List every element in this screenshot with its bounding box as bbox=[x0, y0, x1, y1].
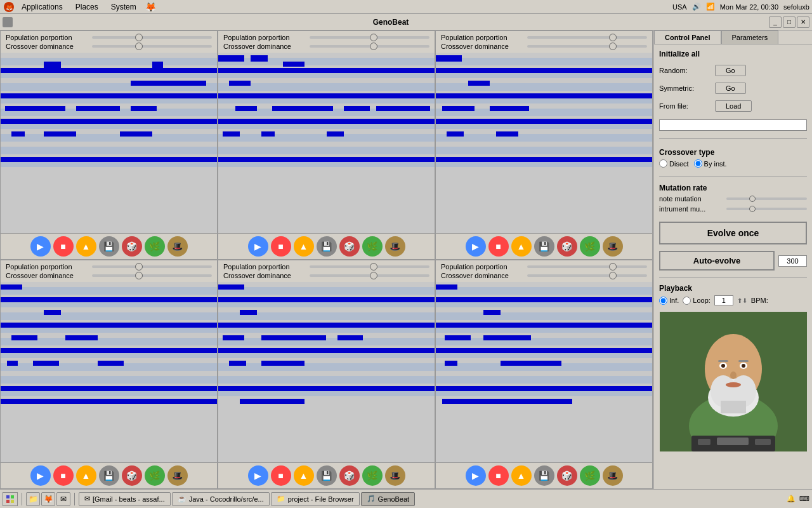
places-menu[interactable]: Places bbox=[72, 2, 102, 12]
save-button-0-2[interactable]: 💾 bbox=[534, 236, 554, 257]
hat-button-0-1[interactable]: 🎩 bbox=[385, 236, 405, 257]
loop-radio[interactable] bbox=[683, 297, 691, 305]
hat-button-1-2[interactable]: 🎩 bbox=[603, 465, 623, 486]
taskbar-mail-icon[interactable]: ✉ bbox=[56, 492, 70, 506]
hat-button-1-0[interactable]: 🎩 bbox=[167, 465, 188, 486]
save-button-1-0[interactable]: 💾 bbox=[99, 465, 119, 486]
instrument-mutation-slider[interactable] bbox=[726, 208, 807, 210]
eject-button-0-0[interactable]: ▲ bbox=[76, 236, 96, 257]
inf-radio[interactable] bbox=[659, 297, 667, 305]
pop-slider-0-1[interactable] bbox=[310, 36, 429, 39]
eject-button-1-0[interactable]: ▲ bbox=[76, 465, 96, 486]
dice-button-1-0[interactable]: 🎲 bbox=[122, 465, 142, 486]
beat-pattern-1-1[interactable] bbox=[218, 282, 435, 462]
stop-button-1-1[interactable]: ■ bbox=[271, 465, 291, 486]
by-inst-radio[interactable] bbox=[694, 159, 702, 168]
play-button-0-1[interactable]: ▶ bbox=[248, 236, 268, 257]
play-button-1-2[interactable]: ▶ bbox=[466, 465, 486, 486]
hat-button-0-0[interactable]: 🎩 bbox=[167, 236, 188, 257]
play-button-1-1[interactable]: ▶ bbox=[248, 465, 268, 486]
cross-slider-0-0[interactable] bbox=[92, 45, 212, 48]
dice-button-0-0[interactable]: 🎲 bbox=[122, 236, 142, 257]
play-button-0-0[interactable]: ▶ bbox=[30, 236, 51, 257]
random-go-button[interactable]: Go bbox=[715, 65, 746, 76]
tab-control-panel[interactable]: Control Panel bbox=[654, 30, 721, 44]
cross-slider-1-1[interactable] bbox=[310, 274, 429, 277]
taskbar-browser-icon[interactable]: 🦊 bbox=[41, 492, 55, 506]
by-inst-radio-label[interactable]: By inst. bbox=[694, 159, 727, 168]
note-mutation-slider[interactable] bbox=[726, 197, 807, 200]
cross-slider-0-2[interactable] bbox=[527, 45, 647, 48]
symmetric-go-button[interactable]: Go bbox=[715, 83, 746, 94]
loop-radio-label[interactable]: Loop: bbox=[683, 297, 710, 305]
auto-evolve-button[interactable]: Auto-evolve bbox=[659, 251, 775, 271]
pop-slider-1-0[interactable] bbox=[92, 265, 212, 268]
stop-button-1-0[interactable]: ■ bbox=[53, 465, 74, 486]
eject-button-0-2[interactable]: ▲ bbox=[511, 236, 532, 257]
plant-button-1-0[interactable]: 🌿 bbox=[145, 465, 165, 486]
taskbar-keyboard-icon[interactable]: ⌨ bbox=[799, 495, 809, 503]
disect-radio-label[interactable]: Disect bbox=[659, 159, 689, 168]
stop-button-1-2[interactable]: ■ bbox=[488, 465, 509, 486]
save-button-1-2[interactable]: 💾 bbox=[534, 465, 554, 486]
play-button-1-0[interactable]: ▶ bbox=[30, 465, 51, 486]
eject-button-1-1[interactable]: ▲ bbox=[294, 465, 314, 486]
disect-radio[interactable] bbox=[659, 159, 667, 168]
inf-radio-label[interactable]: Inf. bbox=[659, 297, 679, 305]
applications-menu[interactable]: Applications bbox=[18, 2, 67, 12]
hat-button-1-1[interactable]: 🎩 bbox=[385, 465, 405, 486]
plant-button-1-2[interactable]: 🌿 bbox=[580, 465, 600, 486]
plant-button-0-1[interactable]: 🌿 bbox=[362, 236, 383, 257]
hat-button-0-2[interactable]: 🎩 bbox=[603, 236, 623, 257]
taskbar-window-genobeat[interactable]: 🎵 GenoBeat bbox=[361, 492, 416, 506]
save-button-0-0[interactable]: 💾 bbox=[99, 236, 119, 257]
stop-button-0-0[interactable]: ■ bbox=[53, 236, 74, 257]
stop-button-0-1[interactable]: ■ bbox=[271, 236, 291, 257]
loop-spinner[interactable]: ⬆⬇ bbox=[737, 297, 747, 304]
evolve-once-button[interactable]: Evolve once bbox=[659, 222, 807, 244]
dice-button-0-2[interactable]: 🎲 bbox=[557, 236, 577, 257]
eject-button-1-2[interactable]: ▲ bbox=[511, 465, 532, 486]
plant-button-0-0[interactable]: 🌿 bbox=[145, 236, 165, 257]
eject-button-0-1[interactable]: ▲ bbox=[294, 236, 314, 257]
pop-slider-0-2[interactable] bbox=[527, 36, 647, 39]
pop-slider-1-1[interactable] bbox=[310, 265, 429, 268]
auto-evolve-input[interactable] bbox=[778, 255, 807, 267]
beat-pattern-1-0[interactable] bbox=[1, 282, 217, 462]
taskbar-notification-icon[interactable]: 🔔 bbox=[787, 495, 796, 503]
stop-button-0-2[interactable]: ■ bbox=[488, 236, 509, 257]
dice-button-1-1[interactable]: 🎲 bbox=[339, 465, 360, 486]
firefox-icon[interactable]: 🦊 bbox=[145, 2, 156, 12]
file-input[interactable] bbox=[659, 119, 807, 131]
play-button-0-2[interactable]: ▶ bbox=[466, 236, 486, 257]
pop-slider-0-0[interactable] bbox=[92, 36, 212, 39]
beat-pattern-0-1[interactable] bbox=[218, 53, 435, 233]
volume-icon[interactable]: 🔊 bbox=[692, 3, 701, 11]
minimize-button[interactable]: _ bbox=[769, 17, 782, 28]
load-button[interactable]: Load bbox=[715, 100, 752, 112]
network-icon[interactable]: 📶 bbox=[706, 3, 715, 11]
close-button[interactable]: ✕ bbox=[797, 17, 809, 28]
beat-pattern-1-2[interactable] bbox=[436, 282, 652, 462]
taskbar-window-files[interactable]: 📁 project - File Browser bbox=[271, 492, 360, 506]
start-button[interactable] bbox=[3, 492, 18, 506]
beat-pattern-0-2[interactable] bbox=[436, 53, 652, 233]
save-button-1-1[interactable]: 💾 bbox=[317, 465, 337, 486]
tab-parameters[interactable]: Parameters bbox=[721, 30, 779, 44]
plant-button-1-1[interactable]: 🌿 bbox=[362, 465, 383, 486]
cross-slider-1-2[interactable] bbox=[527, 274, 647, 277]
taskbar-files-icon[interactable]: 📁 bbox=[26, 492, 40, 506]
beat-pattern-0-0[interactable] bbox=[1, 53, 217, 233]
taskbar-window-java[interactable]: ☕ Java - Cocodrillo/src/e... bbox=[172, 492, 270, 506]
dice-button-0-1[interactable]: 🎲 bbox=[339, 236, 360, 257]
plant-button-0-2[interactable]: 🌿 bbox=[580, 236, 600, 257]
maximize-button[interactable]: □ bbox=[783, 17, 796, 28]
system-menu[interactable]: System bbox=[107, 2, 140, 12]
cross-slider-1-0[interactable] bbox=[92, 274, 212, 277]
dice-button-1-2[interactable]: 🎲 bbox=[557, 465, 577, 486]
save-button-0-1[interactable]: 💾 bbox=[317, 236, 337, 257]
taskbar-window-gmail[interactable]: ✉ [Gmail - beats - assaf... bbox=[79, 492, 171, 506]
cross-slider-0-1[interactable] bbox=[310, 45, 429, 48]
pop-slider-1-2[interactable] bbox=[527, 265, 647, 268]
loop-value-input[interactable] bbox=[714, 295, 733, 305]
